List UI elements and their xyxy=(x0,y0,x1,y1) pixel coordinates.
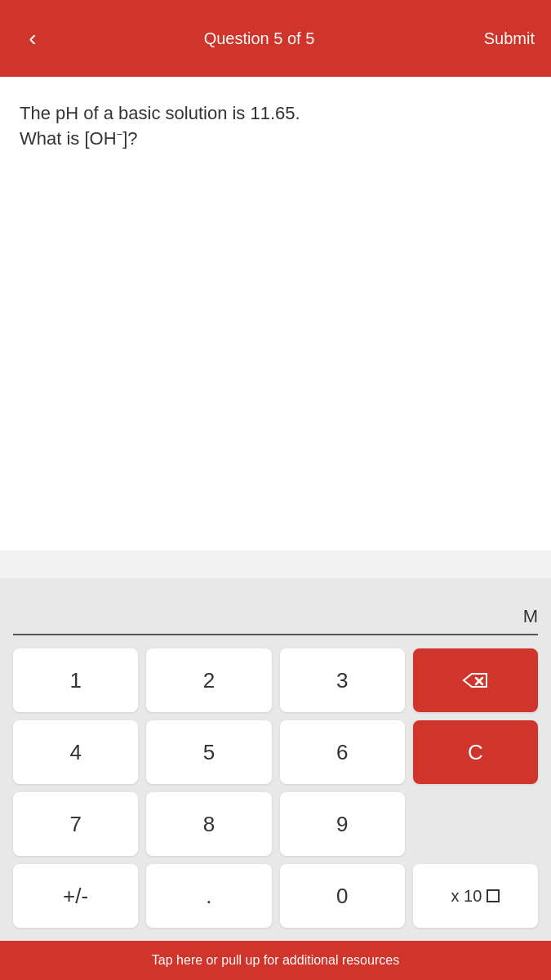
key-0[interactable]: 0 xyxy=(280,864,405,928)
back-button[interactable]: ‹ xyxy=(16,25,49,51)
key-9[interactable]: 9 xyxy=(280,792,405,856)
key-2[interactable]: 2 xyxy=(146,648,271,712)
key-5[interactable]: 5 xyxy=(146,720,271,784)
empty-key xyxy=(413,792,538,856)
calc-display: M xyxy=(13,595,538,635)
backspace-icon xyxy=(462,670,488,690)
x10-label: x 10 xyxy=(451,887,482,906)
key-3[interactable]: 3 xyxy=(280,648,405,712)
question-text-line2: What is [OH−]? xyxy=(20,128,138,149)
bottom-bar-label: Tap here or pull up for additional resou… xyxy=(152,953,399,968)
key-decimal[interactable]: . xyxy=(146,864,271,928)
question-progress: Question 5 of 5 xyxy=(49,29,469,48)
calculator-area: M 1 2 3 4 5 6 C 7 8 9 +/- . 0 xyxy=(0,578,551,941)
header: ‹ Question 5 of 5 Submit xyxy=(0,0,551,77)
bottom-bar[interactable]: Tap here or pull up for additional resou… xyxy=(0,941,551,980)
keypad: 1 2 3 4 5 6 C 7 8 9 +/- . 0 x 10 xyxy=(13,648,538,941)
key-plus-minus[interactable]: +/- xyxy=(13,864,138,928)
key-8[interactable]: 8 xyxy=(146,792,271,856)
question-text: The pH of a basic solution is 11.65. Wha… xyxy=(20,101,531,152)
calc-display-unit: M xyxy=(523,606,538,627)
question-text-line1: The pH of a basic solution is 11.65. xyxy=(20,103,300,123)
key-7[interactable]: 7 xyxy=(13,792,138,856)
x10-exponent-box xyxy=(487,889,500,902)
clear-button[interactable]: C xyxy=(413,720,538,784)
key-1[interactable]: 1 xyxy=(13,648,138,712)
submit-button[interactable]: Submit xyxy=(469,29,535,48)
key-4[interactable]: 4 xyxy=(13,720,138,784)
backspace-button[interactable] xyxy=(413,648,538,712)
key-6[interactable]: 6 xyxy=(280,720,405,784)
key-x10[interactable]: x 10 xyxy=(413,864,538,928)
question-area: The pH of a basic solution is 11.65. Wha… xyxy=(0,77,551,550)
